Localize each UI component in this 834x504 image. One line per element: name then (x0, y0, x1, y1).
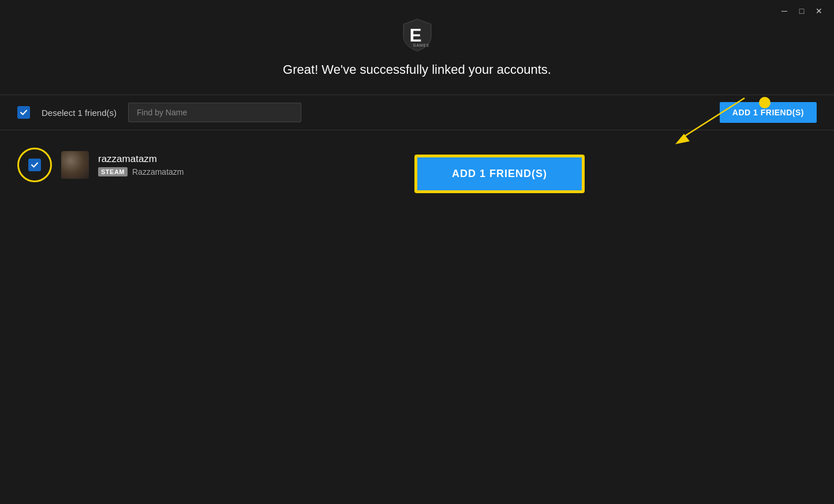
friend-checkbox-wrapper (17, 148, 52, 182)
close-button[interactable]: ✕ (811, 5, 827, 17)
select-all-checkbox[interactable] (17, 106, 30, 119)
title-bar: ─ □ ✕ (769, 0, 834, 22)
add-friends-button-center[interactable]: ADD 1 FRIEND(S) (416, 156, 584, 192)
platform-username: Razzamatazm (132, 167, 184, 176)
search-input[interactable] (128, 103, 301, 122)
friend-name: razzamatazm (98, 153, 184, 165)
platform-badge: STEAM (98, 167, 128, 176)
minimize-button[interactable]: ─ (776, 5, 792, 17)
epic-games-logo: E GAMES (400, 17, 435, 52)
friend-checkbox[interactable] (28, 159, 41, 171)
success-message: Great! We've successfully linked your ac… (283, 62, 551, 77)
svg-text:GAMES: GAMES (413, 43, 429, 47)
friend-avatar (61, 151, 89, 179)
svg-text:E: E (409, 25, 421, 46)
maximize-button[interactable]: □ (794, 5, 810, 17)
center-button-area: ADD 1 FRIEND(S) (416, 156, 584, 192)
friend-info: razzamatazm STEAM Razzamatazm (98, 153, 184, 176)
deselect-label: Deselect 1 friend(s) (42, 108, 117, 118)
avatar-image (61, 151, 89, 179)
friend-platform: STEAM Razzamatazm (98, 167, 184, 176)
yellow-dot-annotation (759, 97, 771, 108)
toolbar: Deselect 1 friend(s) ADD 1 FRIEND(S) (0, 95, 834, 130)
